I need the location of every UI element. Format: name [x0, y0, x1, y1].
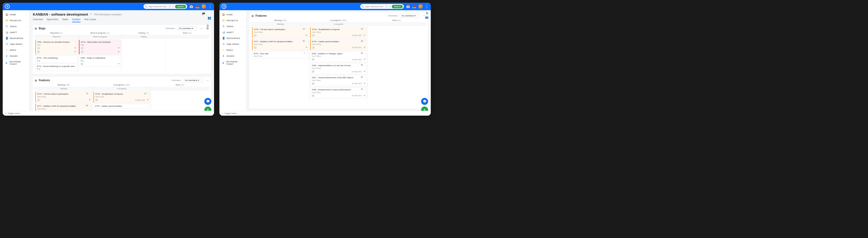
flag-icon[interactable]: ⚑: [306, 34, 307, 37]
clock-icon[interactable]: 🕐: [168, 5, 171, 8]
kanban-card[interactable]: #779 - Tree viewUser Story7⋯: [252, 51, 309, 59]
flag-icon[interactable]: ⚑: [364, 46, 365, 49]
sidebar-item-tasks[interactable]: ☰TASKS›: [220, 24, 245, 29]
assignee-avatar[interactable]: [95, 99, 98, 101]
inbox-icon[interactable]: 📥: [195, 5, 199, 8]
clock-icon[interactable]: 🕐: [385, 5, 388, 8]
card-more-icon[interactable]: ⋯: [364, 88, 366, 91]
flag-icon[interactable]: ⚑: [364, 58, 365, 61]
people-icon[interactable]: 👥: [425, 16, 428, 19]
kanban-card[interactable]: #774 - Save button not functionalBug⋯⚑⚑: [79, 39, 121, 55]
assignee-avatar[interactable]: [312, 82, 314, 85]
kanban-card[interactable]: #765 - Remove an obsolete functionBug⋯⚑⚑: [35, 39, 78, 55]
target-icon[interactable]: ◎: [172, 5, 174, 8]
calendar-icon[interactable]: 📅: [189, 5, 193, 8]
sidebar-item-helpdesk-ticket[interactable]: ⊕HELPDESK TICKET: [220, 59, 245, 67]
kanban-card[interactable]: #776 - Caldav synchronization⋯: [93, 104, 150, 109]
kanban-card[interactable]: #768 - Enhancement of export performance…: [310, 87, 367, 98]
card-more-icon[interactable]: ⋯: [364, 76, 366, 78]
flag-icon[interactable]: ⚑: [118, 51, 120, 53]
kanban-column[interactable]: [122, 39, 165, 72]
flag-icon[interactable]: ⚑: [89, 99, 90, 101]
kebab-menu-icon[interactable]: ⋮: [208, 4, 212, 9]
flag-icon[interactable]: ⚑: [147, 99, 149, 101]
sidebar-item-resources[interactable]: 👤RESOURCES: [220, 35, 245, 41]
card-more-icon[interactable]: ⋯: [306, 40, 308, 42]
kanban-card[interactable]: #773 - Screen flickering on a specific v…: [35, 64, 78, 71]
card-more-icon[interactable]: ⋯: [74, 57, 76, 59]
sidebar-item-resources[interactable]: 👤RESOURCES: [4, 35, 28, 41]
swimlane-select[interactable]: No swimlane ▾: [177, 26, 196, 30]
swimlane-select[interactable]: No swimlane ▾: [400, 14, 419, 18]
card-more-icon[interactable]: ⋯: [364, 64, 366, 66]
chat-fab[interactable]: 💬: [421, 98, 428, 105]
sidebar-item-time-spent[interactable]: ⏱TIME SPENT: [4, 41, 28, 47]
assignee-avatar[interactable]: [254, 34, 256, 37]
global-search[interactable]: 🔍 🕐 ◎ Search: [144, 4, 187, 9]
sidebar-item-issues[interactable]: ●ISSUES: [4, 53, 28, 59]
assignee-avatar[interactable]: [81, 47, 84, 49]
app-logo-icon[interactable]: ⏸: [5, 4, 10, 9]
swimlane-select[interactable]: No swimlane ▾: [183, 78, 203, 82]
card-more-icon[interactable]: ⋯: [74, 65, 76, 67]
toggle-menu-button[interactable]: Toggle menu: [7, 112, 20, 114]
search-button[interactable]: Search: [392, 5, 403, 8]
kanban-card[interactable]: #778 - Simplification of importsUser Sto…: [93, 92, 150, 103]
gear-icon[interactable]: ⚙: [426, 11, 428, 15]
kanban-card[interactable]: #778 - Simplification of importsUser Sto…: [310, 27, 367, 38]
flag-icon[interactable]: ⚑: [74, 47, 76, 49]
calendar-icon[interactable]: 📅: [406, 5, 410, 8]
people-icon[interactable]: 👥: [208, 16, 211, 20]
global-search[interactable]: 🔍 🕐 ◎ Search: [360, 4, 404, 9]
tab-overview[interactable]: Overview: [33, 18, 43, 22]
toggle-menu-button[interactable]: Toggle menu: [224, 112, 237, 114]
kanban-card[interactable]: #775 - Full text search optimizationUser…: [35, 92, 92, 103]
card-more-icon[interactable]: ⋯: [306, 52, 308, 55]
favorite-icon[interactable]: ♡: [90, 13, 92, 16]
card-more-icon[interactable]: ⋯: [89, 105, 91, 107]
flag-icon[interactable]: ⚑: [364, 34, 365, 37]
target-icon[interactable]: ◎: [389, 5, 391, 8]
card-more-icon[interactable]: ⋯: [118, 57, 120, 59]
kanban-card[interactable]: #767 - Visual enhancement of the ABC fea…: [310, 75, 367, 86]
kanban-card[interactable]: #764 - Addition of "settings" optionUser…: [310, 51, 367, 62]
kanban-column[interactable]: #774 - Save button not functionalBug⋯⚑⚑#…: [79, 39, 122, 72]
tab-kanban[interactable]: Kanban: [72, 18, 81, 22]
section-more-icon[interactable]: ⋯: [206, 78, 209, 82]
section-settings-icon[interactable]: ⚙: [207, 24, 209, 27]
flag-icon[interactable]: ⚑: [306, 46, 307, 49]
assignee-avatar[interactable]: [37, 47, 40, 49]
assignee-avatar[interactable]: [254, 46, 256, 49]
tab-test-cases[interactable]: Test Cases: [84, 18, 96, 22]
assignee-avatar[interactable]: [81, 50, 84, 53]
app-logo-icon[interactable]: ⏸: [222, 4, 226, 9]
kebab-menu-icon[interactable]: ⋮: [425, 4, 429, 9]
kanban-card[interactable]: #777 - Addition of API for advanced enti…: [252, 39, 309, 50]
kanban-column[interactable]: #778 - Simplification of importsUser Sto…: [310, 26, 368, 107]
tab-tasks[interactable]: Tasks: [62, 18, 68, 22]
collapse-left-icon[interactable]: «: [222, 112, 223, 114]
card-more-icon[interactable]: ⋯: [364, 40, 366, 42]
card-more-icon[interactable]: ⋯: [118, 41, 120, 43]
card-more-icon[interactable]: ⋯: [364, 28, 366, 30]
tab-spent-time[interactable]: Spent time: [47, 18, 58, 22]
collapse-icon[interactable]: ▦: [35, 79, 37, 82]
kanban-card[interactable]: #776 - Caldav synchronizationUser Story4…: [310, 39, 367, 50]
sidebar-item-time-spent[interactable]: ⏱TIME SPENT: [220, 41, 245, 47]
sidebar-item-projects[interactable]: 📁PROJECTS›: [4, 18, 28, 23]
assignee-avatar[interactable]: [37, 99, 40, 101]
sidebar-item-gantt[interactable]: 📊GANTT: [220, 30, 245, 35]
flag-icon[interactable]: 🏴: [202, 12, 206, 20]
sidebar-item-home[interactable]: 🏠HOME›: [220, 12, 245, 17]
flag-icon[interactable]: ⚑: [118, 63, 120, 65]
breadcrumb[interactable]: /PM techniques examples: [94, 13, 122, 16]
assignee-avatar[interactable]: [312, 58, 314, 61]
sidebar-item-helpdesk-ticket[interactable]: ⊕HELPDESK TICKET: [4, 59, 28, 67]
flag-icon[interactable]: ⚑: [364, 95, 365, 97]
search-input[interactable]: [365, 5, 384, 8]
card-more-icon[interactable]: ⋯: [147, 105, 149, 107]
flag-icon[interactable]: ⚑: [74, 51, 76, 53]
sidebar-item-issues[interactable]: ●ISSUES: [220, 53, 245, 59]
collapse-left-icon[interactable]: «: [5, 112, 6, 114]
kanban-column[interactable]: #765 - Remove an obsolete functionBug⋯⚑⚑…: [35, 39, 79, 72]
